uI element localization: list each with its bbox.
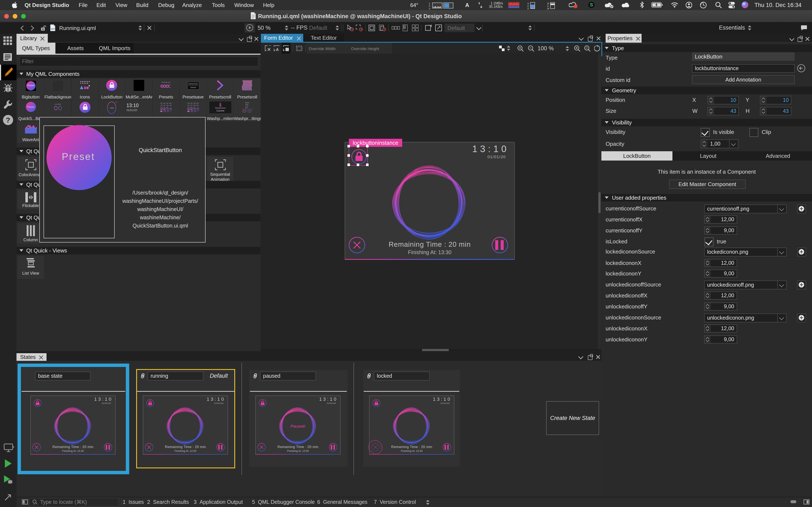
svg-text:6:10 RWF: 6:10 RWF — [55, 104, 61, 105]
svg-text:W60: W60 — [190, 103, 192, 104]
svg-text:AUTO: AUTO — [169, 103, 172, 104]
svg-text:W30: W30 — [160, 103, 162, 104]
svg-text:W90: W90 — [166, 103, 168, 104]
svg-text:Spin: Spin — [245, 107, 248, 108]
svg-text:KG5: KG5 — [190, 107, 192, 108]
svg-text:Progr...: Progr... — [245, 104, 249, 105]
svg-text:qml: qml — [51, 27, 55, 30]
svg-text:A: A — [276, 48, 279, 52]
svg-text:1h: 1h — [115, 101, 117, 103]
svg-text:E20: E20 — [187, 109, 189, 110]
svg-text:1000: 1000 — [193, 105, 195, 106]
svg-text:1000: 1000 — [166, 105, 168, 106]
svg-text:E20: E20 — [160, 109, 162, 110]
svg-text:Temp...: Temp... — [245, 105, 249, 107]
svg-text:AUTO: AUTO — [196, 103, 199, 104]
svg-text:W90: W90 — [193, 103, 195, 104]
svg-text:W60: W60 — [163, 103, 165, 104]
svg-text:E40: E40 — [163, 109, 165, 110]
svg-text:160: 160 — [187, 105, 189, 106]
svg-text:KG7: KG7 — [166, 107, 168, 108]
svg-text:Washer: Washer — [245, 102, 249, 103]
svg-text:E40: E40 — [190, 109, 192, 110]
svg-text:Start: Start — [110, 107, 114, 109]
svg-text:160: 160 — [160, 105, 162, 106]
svg-text:KG5: KG5 — [163, 107, 165, 108]
svg-text:Recently Used Presets: Recently Used Presets — [161, 81, 170, 83]
svg-text:KG3: KG3 — [160, 107, 162, 108]
svg-text:800: 800 — [163, 105, 165, 106]
svg-text:W30: W30 — [187, 103, 190, 104]
svg-text:800: 800 — [190, 105, 192, 106]
svg-text:1200: 1200 — [169, 105, 171, 106]
svg-text:1200: 1200 — [196, 105, 198, 106]
svg-text:KG3: KG3 — [187, 107, 189, 108]
svg-text:KG7: KG7 — [193, 107, 195, 108]
